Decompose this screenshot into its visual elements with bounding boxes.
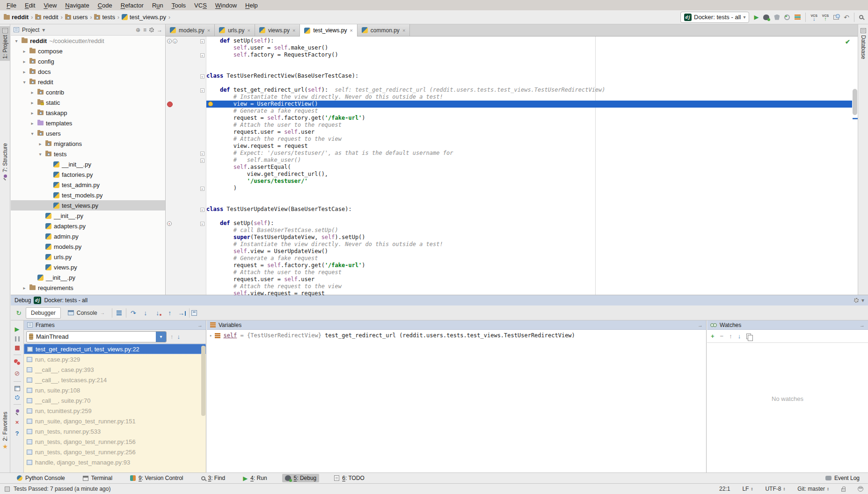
tree-item-contrib[interactable]: ▸contrib	[11, 87, 165, 97]
code-line[interactable]: ↑↓∨ def setUp(self):	[166, 37, 852, 44]
pin-tab-button[interactable]	[15, 409, 20, 414]
git-branch-select[interactable]: Git: master▲▼	[797, 486, 829, 492]
code-line[interactable]: view.request = request	[166, 143, 852, 150]
step-into-icon[interactable]: ↓	[140, 310, 151, 316]
frame-item[interactable]: run_tests, django_test_runner.py:256	[24, 447, 206, 457]
expand-icon[interactable]: ▸	[210, 332, 212, 339]
close-button[interactable]: ×	[15, 419, 19, 426]
code-line[interactable]	[166, 65, 852, 73]
concurrency-diagram-button[interactable]	[795, 15, 801, 20]
vcs-update-button[interactable]: VCS↓	[810, 14, 817, 21]
code-line[interactable]	[166, 80, 852, 87]
menu-item-vcs[interactable]: VCS	[190, 1, 211, 10]
menu-item-tools[interactable]: Tools	[168, 1, 190, 10]
editor-tab-common-py[interactable]: common.py×	[357, 24, 410, 36]
code-line[interactable]: # Attach the user to the request	[166, 269, 852, 276]
toolwindow-terminal[interactable]: Terminal	[80, 474, 115, 482]
inspection-profile-icon[interactable]	[858, 486, 863, 492]
close-icon[interactable]: ×	[292, 28, 295, 33]
fold-icon[interactable]: ∧	[200, 159, 204, 163]
search-everywhere-icon[interactable]	[859, 15, 863, 19]
panel-options-icon[interactable]: →	[860, 322, 865, 328]
gear-icon[interactable]	[854, 298, 859, 303]
fold-marker[interactable]: ∨	[198, 206, 206, 213]
code-line[interactable]: self.assertEqual(	[166, 164, 852, 171]
editor-tab-urls-py[interactable]: urls.py×	[215, 24, 255, 36]
debugger-settings-button[interactable]	[15, 395, 20, 400]
code-line[interactable]: # Attach the request to the view	[166, 283, 852, 290]
sidebar-item-project[interactable]: 1: Project	[0, 26, 10, 61]
code-line[interactable]: # Instantiate the view directly. Never d…	[166, 241, 852, 248]
collapse-icon[interactable]: ▾	[29, 131, 35, 136]
frame-item[interactable]: test_get_redirect_url, test_views.py:22	[24, 344, 206, 354]
tree-item-views-py[interactable]: views.py	[11, 262, 165, 272]
collapse-icon[interactable]: ▾	[22, 80, 27, 85]
tree-item-reddit[interactable]: ▾reddit ~/cookiecutter/reddit	[11, 36, 165, 46]
code-line[interactable]: # Instantiate the view directly. Never d…	[166, 94, 852, 101]
code-area[interactable]: ↑↓∨ def setUp(self): self.user = self.ma…	[166, 37, 852, 297]
run-config-select[interactable]: dj Docker: tests - all ▾	[680, 12, 749, 23]
hide-panel-icon[interactable]: ▾	[861, 297, 864, 304]
code-line[interactable]: view = UserRedirectView()	[166, 101, 852, 108]
tree-item-requirements[interactable]: ▸requirements	[11, 283, 165, 293]
code-line[interactable]	[166, 58, 852, 65]
frames-scrollbar[interactable]	[201, 346, 205, 416]
add-watch-button[interactable]: +	[711, 333, 715, 340]
code-line[interactable]	[166, 213, 852, 220]
tree-item-taskapp[interactable]: ▸taskapp	[11, 108, 165, 118]
fold-icon[interactable]: ∨	[200, 222, 204, 226]
toolwindow-event-log[interactable]: Event Log	[823, 474, 862, 482]
frame-item[interactable]: run, suite.py:108	[24, 385, 206, 395]
toolwindow-5-debug[interactable]: 5: Debug	[282, 474, 320, 482]
close-icon[interactable]: ×	[402, 28, 405, 33]
code-line[interactable]: request.user = self.user	[166, 276, 852, 283]
pause-button[interactable]	[15, 336, 20, 341]
fold-icon[interactable]: ∨	[200, 208, 204, 212]
frame-item[interactable]: run_tests, django_test_runner.py:156	[24, 436, 206, 447]
fold-icon[interactable]: ∧	[200, 187, 204, 191]
code-line[interactable]: view.get_redirect_url(),	[166, 171, 852, 178]
code-line[interactable]: ∨ def test_get_redirect_url(self): self:…	[166, 87, 852, 94]
menu-item-navigate[interactable]: Navigate	[61, 1, 93, 10]
breadcrumb-item[interactable]: test_views.py	[122, 14, 166, 21]
thread-selector[interactable]: MainThread ▾	[26, 331, 167, 342]
code-line[interactable]: ∨class TestUserUpdateView(BaseUserTestCa…	[166, 206, 852, 213]
frame-item[interactable]: run, tcunittest.py:259	[24, 406, 206, 416]
frame-item[interactable]: __call__, suite.py:70	[24, 395, 206, 406]
variable-row[interactable]: ▸ self = {TestUserRedirectView} test_get…	[207, 330, 706, 341]
frame-item[interactable]: run_suite, django_test_runner.py:151	[24, 416, 206, 426]
toolwindow-3-find[interactable]: 3: Find	[198, 474, 228, 482]
local-history-button[interactable]	[833, 15, 839, 20]
collapse-all-icon[interactable]: ≡	[143, 27, 146, 33]
code-line[interactable]: ∨class TestUserRedirectView(BaseUserTest…	[166, 73, 852, 80]
code-line[interactable]: # Attach the user to the request	[166, 122, 852, 129]
locate-file-icon[interactable]: ⊕	[136, 27, 140, 33]
menu-item-help[interactable]: Help	[241, 1, 262, 10]
code-line[interactable]: self.view.request = request	[166, 290, 852, 297]
code-line[interactable]: # Generate a fake request	[166, 255, 852, 262]
override-down-icon[interactable]: ↓	[173, 39, 177, 44]
override-up-icon[interactable]: ↑	[167, 39, 172, 44]
code-line[interactable]: self.view = UserUpdateView()	[166, 248, 852, 255]
tree-item-adapters-py[interactable]: adapters.py	[11, 221, 165, 231]
restore-layout-button[interactable]	[15, 386, 20, 391]
panel-options-icon[interactable]: →	[698, 322, 703, 328]
menu-item-run[interactable]: Run	[148, 1, 167, 10]
help-button[interactable]: ?	[15, 430, 19, 437]
code-line[interactable]: ∨ # Expect: '/users/testuser/', as that …	[166, 150, 852, 157]
hide-panel-icon[interactable]: →	[157, 27, 162, 33]
expand-icon[interactable]: ▸	[29, 90, 35, 95]
previous-frame-icon[interactable]: ↑	[170, 333, 174, 340]
breakpoint-gutter[interactable]	[166, 101, 198, 108]
code-line[interactable]: request.user = self.user	[166, 129, 852, 136]
tab-debugger[interactable]: Debugger	[26, 307, 61, 319]
chevron-down-icon[interactable]: ▾	[156, 331, 166, 342]
breakpoint-icon[interactable]	[167, 102, 173, 107]
breadcrumb-item[interactable]: users	[65, 14, 88, 21]
expand-icon[interactable]: ▸	[29, 110, 35, 116]
fold-icon[interactable]: ∨	[200, 39, 204, 44]
tree-item-test_views-py[interactable]: test_views.py	[11, 200, 165, 211]
code-line[interactable]: # Generate a fake request	[166, 108, 852, 115]
tree-item-docs[interactable]: ▸docs	[11, 66, 165, 77]
run-to-cursor-icon[interactable]: →	[177, 310, 187, 316]
